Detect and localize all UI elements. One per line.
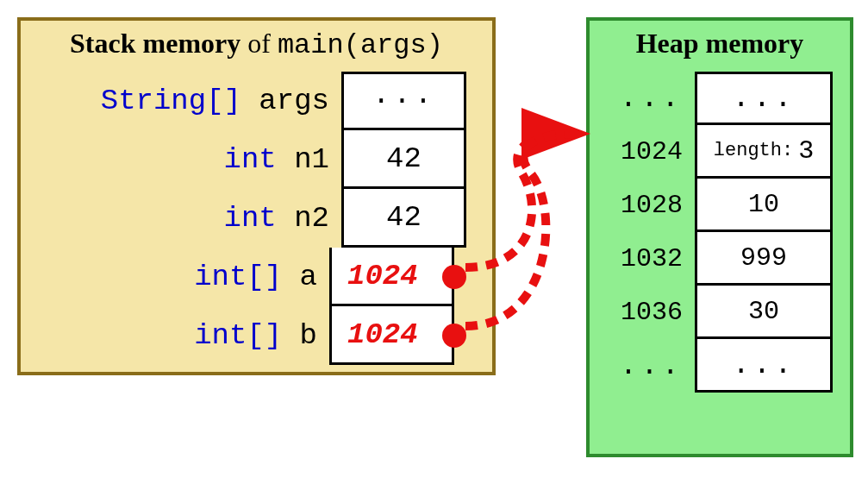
stack-title: Stack memory of main(args)	[21, 28, 492, 61]
heap-row: 1024length:3	[605, 125, 834, 179]
value-cell: ···	[341, 72, 466, 130]
var-declaration: int[] b	[194, 319, 317, 352]
heap-address: ...	[605, 82, 683, 115]
pointer-dot-icon	[442, 265, 466, 289]
pointer-value: 1024	[347, 260, 418, 292]
heap-value-cell: 10	[695, 179, 833, 232]
value-cell: 1024	[329, 248, 454, 306]
heap-address: 1036	[605, 298, 683, 327]
value-cell: 42	[341, 130, 466, 189]
heap-address: 1032	[605, 244, 683, 273]
var-name: n2	[277, 202, 329, 235]
heap-value-cell: 999	[695, 232, 833, 286]
heap-row: 103630	[605, 286, 834, 339]
stack-title-mono: main(args)	[278, 29, 443, 61]
stack-row: int n242	[224, 189, 466, 248]
type-keyword: int	[224, 202, 277, 235]
type-keyword: int	[224, 143, 277, 176]
pointer-value: 1024	[347, 318, 418, 351]
stack-row: String[] args···	[101, 72, 466, 130]
stack-row: int[] b1024	[194, 306, 466, 365]
value-cell: 1024	[329, 306, 454, 365]
stack-rows: String[] args···int n142int n242int[] a1…	[21, 72, 492, 365]
heap-value-cell: ...	[695, 72, 833, 125]
memory-diagram: Stack memory of main(args) String[] args…	[0, 0, 868, 484]
heap-title: Heap memory	[590, 28, 850, 60]
heap-address: 1024	[605, 137, 683, 167]
var-declaration: int[] a	[194, 261, 317, 293]
var-name: args	[241, 85, 329, 117]
heap-address: ...	[605, 349, 683, 382]
heap-value-cell: length:3	[695, 125, 833, 179]
ellipsis: ...	[732, 349, 795, 381]
var-declaration: int n1	[224, 143, 329, 176]
heap-memory-box: Heap memory ......1024length:31028101032…	[586, 17, 853, 457]
type-keyword: int[]	[194, 319, 282, 352]
var-name: b	[282, 319, 317, 352]
heap-row: ......	[605, 339, 834, 393]
length-label: length:	[714, 140, 793, 161]
ellipsis: ...	[732, 82, 795, 115]
stack-row: int n142	[224, 130, 466, 189]
stack-row: int[] a1024	[194, 248, 466, 306]
heap-row: 1032999	[605, 232, 834, 286]
ellipsis: ···	[372, 85, 435, 117]
value-cell: 42	[341, 189, 466, 248]
var-declaration: int n2	[224, 202, 329, 235]
stack-title-of: of	[240, 28, 278, 59]
length-value: 3	[798, 136, 814, 166]
type-keyword: int[]	[194, 261, 282, 293]
var-declaration: String[] args	[101, 85, 329, 117]
stack-memory-box: Stack memory of main(args) String[] args…	[17, 17, 496, 375]
heap-rows: ......1024length:31028101032999103630...…	[590, 72, 850, 393]
var-name: a	[282, 261, 317, 293]
stack-title-bold: Stack memory	[70, 28, 240, 59]
heap-value-cell: 30	[695, 286, 833, 339]
heap-row: 102810	[605, 179, 834, 232]
type-keyword: String[]	[101, 85, 241, 117]
pointer-dot-icon	[442, 324, 466, 348]
heap-address: 1028	[605, 191, 683, 220]
heap-row: ......	[605, 72, 834, 125]
heap-value-cell: ...	[695, 339, 833, 393]
var-name: n1	[277, 143, 329, 176]
